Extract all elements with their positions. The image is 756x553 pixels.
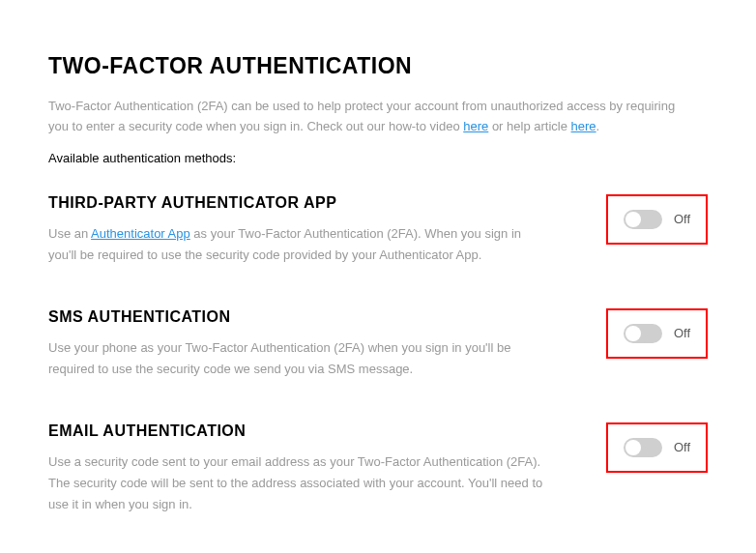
intro-paragraph: Two-Factor Authentication (2FA) can be u…	[48, 97, 686, 137]
method-title-sms: SMS AUTHENTICATION	[48, 308, 551, 326]
help-article-link[interactable]: here	[571, 119, 596, 133]
method-title-email: EMAIL AUTHENTICATION	[48, 422, 551, 440]
method-text-block: THIRD-PARTY AUTHENTICATOR APP Use an Aut…	[48, 194, 551, 266]
method-email: EMAIL AUTHENTICATION Use a security code…	[48, 422, 708, 515]
method-desc-email: Use a security code sent to your email a…	[48, 451, 551, 515]
toggle-switch-sms[interactable]	[624, 324, 662, 343]
toggle-container-email: Off	[606, 422, 708, 473]
howto-video-link[interactable]: here	[463, 119, 488, 133]
desc-prefix: Use an	[48, 226, 91, 241]
available-methods-label: Available authentication methods:	[48, 151, 708, 165]
toggle-switch-email[interactable]	[624, 438, 662, 457]
intro-text-suffix: .	[596, 119, 600, 133]
page-title: TWO-FACTOR AUTHENTICATION	[48, 53, 708, 79]
intro-text-middle: or help article	[488, 119, 570, 133]
method-title-authenticator: THIRD-PARTY AUTHENTICATOR APP	[48, 194, 551, 212]
toggle-container-sms: Off	[606, 308, 708, 359]
toggle-label-sms: Off	[674, 326, 690, 340]
toggle-label-authenticator: Off	[674, 212, 690, 226]
toggle-switch-authenticator[interactable]	[624, 210, 662, 229]
method-authenticator-app: THIRD-PARTY AUTHENTICATOR APP Use an Aut…	[48, 194, 708, 266]
authenticator-app-link[interactable]: Authenticator App	[91, 226, 190, 241]
method-text-block: SMS AUTHENTICATION Use your phone as you…	[48, 308, 551, 380]
method-text-block: EMAIL AUTHENTICATION Use a security code…	[48, 422, 551, 515]
method-desc-authenticator: Use an Authenticator App as your Two-Fac…	[48, 223, 551, 266]
toggle-label-email: Off	[674, 440, 690, 454]
method-desc-sms: Use your phone as your Two-Factor Authen…	[48, 337, 551, 380]
method-sms: SMS AUTHENTICATION Use your phone as you…	[48, 308, 708, 380]
toggle-container-authenticator: Off	[606, 194, 708, 245]
